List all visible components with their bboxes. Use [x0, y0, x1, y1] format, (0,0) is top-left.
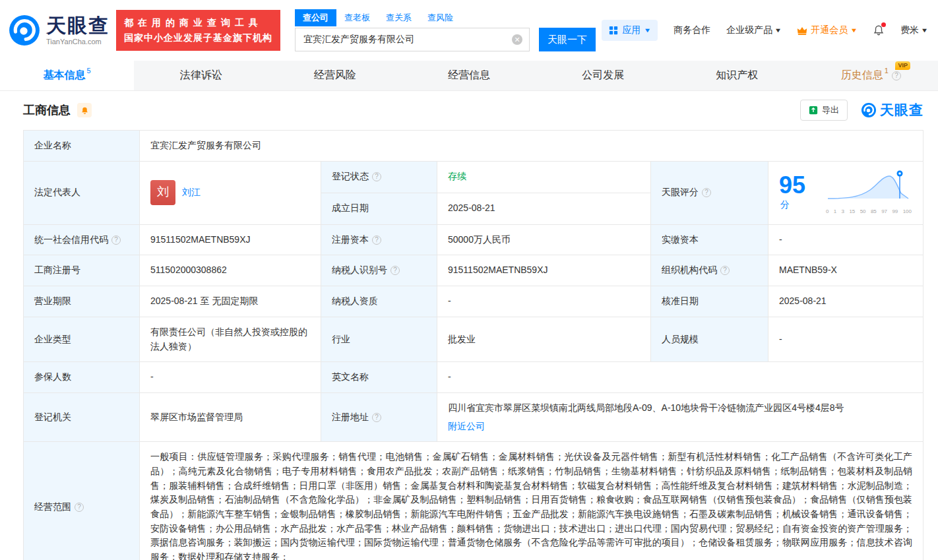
insured-count-value: - — [140, 362, 321, 393]
user-menu[interactable]: 费米 ▼ — [900, 24, 927, 36]
tab-company-development[interactable]: 公司发展 — [536, 61, 670, 90]
help-icon[interactable]: ? — [75, 503, 84, 512]
taxpayer-quality-value: - — [437, 286, 651, 317]
company-name-value: 宜宾汇发产贸服务有限公司 — [140, 131, 923, 162]
export-label: 导出 — [822, 104, 839, 116]
table-row: 企业名称 宜宾汇发产贸服务有限公司 — [24, 131, 923, 162]
tab-label: 公司发展 — [582, 69, 624, 82]
table-row: 企业类型 有限责任公司（非自然人投资或控股的法人独资） 行业 批发业 人员规模 … — [24, 317, 923, 361]
industry-label: 行业 — [321, 317, 437, 361]
open-vip-button[interactable]: 开通会员 ▼ — [797, 24, 857, 36]
export-button[interactable]: 导出 — [800, 100, 848, 121]
credit-code-label: 统一社会信用代码? — [24, 224, 140, 255]
search-tab-company[interactable]: 查公司 — [295, 9, 336, 26]
search-button[interactable]: 天眼一下 — [539, 28, 596, 51]
tab-operational-risk[interactable]: 经营风险 — [268, 61, 402, 90]
search-tab-relation[interactable]: 查关系 — [378, 9, 420, 26]
apps-label: 应用 — [622, 24, 641, 36]
approval-date-value: 2025-08-21 — [768, 286, 923, 317]
notification-dot — [881, 22, 886, 27]
tab-label: 经营风险 — [314, 69, 356, 82]
tab-basic-info[interactable]: 基本信息5 — [0, 61, 134, 90]
search-tab-risk[interactable]: 查风险 — [420, 9, 461, 26]
table-row: 经营范围? 一般项目：供应链管理服务；采购代理服务；销售代理；电池销售；金属矿石… — [24, 442, 923, 560]
notifications-bell-icon[interactable] — [873, 24, 885, 36]
business-term-value: 2025-08-21 至 无固定期限 — [140, 286, 321, 317]
tab-label: 基本信息 — [44, 69, 86, 82]
tab-history-info[interactable]: 历史信息 1 ? VIP — [804, 61, 938, 90]
score-value: 95分 — [779, 173, 815, 212]
help-icon[interactable]: ? — [391, 266, 400, 275]
legal-rep-link[interactable]: 刘江 — [182, 185, 201, 200]
help-icon[interactable]: ? — [892, 71, 901, 80]
tianyancha-logo-icon — [8, 14, 41, 47]
reg-number-label: 工商注册号 — [24, 255, 140, 286]
search-tab-boss[interactable]: 查老板 — [336, 9, 378, 26]
tab-label: 法律诉讼 — [180, 69, 222, 82]
search-input[interactable] — [296, 34, 529, 45]
table-row: 工商注册号 511502000308862 纳税人识别号? 91511502MA… — [24, 255, 923, 286]
business-cooperation-link[interactable]: 商务合作 — [673, 24, 710, 36]
tab-intellectual-property[interactable]: 知识产权 — [670, 61, 804, 90]
company-name-label: 企业名称 — [24, 131, 140, 162]
legal-rep-avatar[interactable]: 刘 — [150, 180, 175, 205]
apps-menu-button[interactable]: 应用 ▼ — [602, 20, 658, 41]
watermark-label: 天眼查 — [880, 101, 923, 119]
business-info-table: 企业名称 宜宾汇发产贸服务有限公司 法定代表人 刘 刘江 登记状态? 存续 天眼… — [23, 130, 923, 560]
staff-size-label: 人员规模 — [651, 317, 768, 361]
reg-number-value: 511502000308862 — [140, 255, 321, 286]
company-type-label: 企业类型 — [24, 317, 140, 361]
credit-code-value: 91511502MAETNB59XJ — [140, 224, 321, 255]
chevron-down-icon: ▼ — [850, 27, 858, 34]
help-icon[interactable]: ? — [372, 413, 381, 422]
reg-authority-label: 登记机关 — [24, 392, 140, 441]
grid-icon — [609, 26, 618, 35]
english-name-value: - — [437, 362, 923, 393]
business-scope-label: 经营范围? — [24, 442, 140, 560]
tab-badge: 1 — [885, 67, 889, 75]
tab-label: 经营信息 — [448, 69, 490, 82]
help-icon[interactable]: ? — [702, 188, 711, 197]
paid-capital-value: - — [768, 224, 923, 255]
table-row: 营业期限 2025-08-21 至 无固定期限 纳税人资质 - 核准日期 202… — [24, 286, 923, 317]
table-row: 登记机关 翠屏区市场监督管理局 注册地址? 四川省宜宾市翠屏区菜坝镇南北两线局部… — [24, 392, 923, 441]
score-distribution-chart: 0131550859799100 — [825, 170, 912, 216]
section-header: 工商信息 导出 天眼查 — [0, 91, 938, 129]
tianyancha-watermark: 天眼查 — [861, 101, 923, 119]
help-icon[interactable]: ? — [111, 235, 121, 245]
help-icon[interactable]: ? — [372, 172, 381, 181]
brand-slogan: 都在用的商业查询工具 国家中小企业发展子基金旗下机构 — [116, 10, 280, 51]
nearby-companies-link[interactable]: 附近公司 — [448, 421, 485, 431]
enterprise-products-menu[interactable]: 企业级产品 ▼ — [726, 24, 781, 36]
org-code-label: 组织机构代码? — [651, 255, 768, 286]
top-bar: 天眼查 TianYanCha.com 都在用的商业查询工具 国家中小企业发展子基… — [0, 0, 938, 61]
reg-capital-value: 50000万人民币 — [437, 224, 651, 255]
tab-legal-proceedings[interactable]: 法律诉讼 — [134, 61, 268, 90]
help-icon[interactable]: ? — [720, 266, 730, 275]
company-type-value: 有限责任公司（非自然人投资或控股的法人独资） — [140, 317, 321, 361]
business-term-label: 营业期限 — [24, 286, 140, 317]
search-tabs: 查公司 查老板 查关系 查风险 — [295, 9, 596, 26]
slogan-line-2: 国家中小企业发展子基金旗下机构 — [124, 30, 272, 46]
org-code-value: MAETNB59-X — [768, 255, 923, 286]
monitor-bell-icon[interactable] — [77, 103, 92, 117]
insured-count-label: 参保人数 — [24, 362, 140, 393]
establish-date-label: 成立日期 — [321, 193, 437, 224]
paid-capital-label: 实缴资本 — [651, 224, 768, 255]
help-icon[interactable]: ? — [372, 235, 381, 245]
score-cell: 95分 0131550859799100 — [768, 161, 923, 224]
address-label: 注册地址? — [321, 392, 437, 441]
cooperation-label: 商务合作 — [673, 24, 710, 36]
tab-label: 历史信息 — [841, 69, 883, 82]
tianyancha-logo[interactable]: 天眼查 TianYanCha.com — [8, 14, 109, 47]
crown-icon — [797, 26, 807, 35]
clear-search-icon[interactable]: ✕ — [512, 34, 522, 45]
slogan-line-1: 都在用的商业查询工具 — [124, 15, 272, 30]
address-cell: 四川省宜宾市翠屏区菜坝镇南北两线局部地段A-09、A-10地块骨干冷链物流产业园… — [437, 392, 923, 441]
table-row: 法定代表人 刘 刘江 登记状态? 存续 天眼评分? 95分 — [24, 161, 923, 193]
establish-date-value: 2025-08-21 — [437, 193, 651, 224]
tab-business-info[interactable]: 经营信息 — [402, 61, 536, 90]
vip-label: 开通会员 — [811, 24, 848, 36]
tab-label: 知识产权 — [716, 69, 758, 82]
search-area: 查公司 查老板 查关系 查风险 ✕ 天眼一下 — [295, 9, 596, 51]
